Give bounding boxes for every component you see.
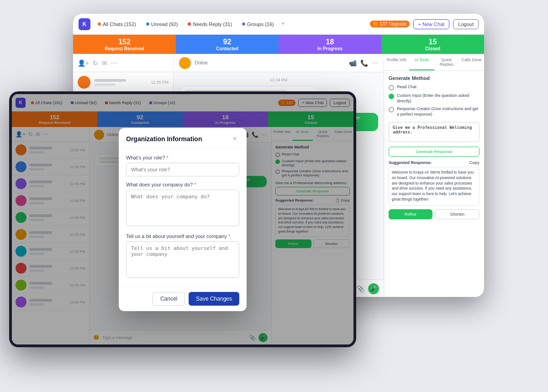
- modal-close-button[interactable]: ×: [230, 134, 239, 143]
- refresh-icon[interactable]: ↻: [93, 59, 98, 67]
- attachment-icon[interactable]: 📎: [357, 285, 364, 292]
- time-divider: 12:24 PM: [179, 78, 378, 82]
- shorten-button[interactable]: Shorten: [435, 209, 480, 219]
- tab-groups[interactable]: Groups (16): [237, 20, 279, 29]
- new-chat-button[interactable]: + New Chat: [413, 19, 450, 29]
- logout-button[interactable]: Logout: [453, 19, 479, 29]
- modal-footer: Cancel Save Changes: [119, 286, 247, 311]
- tab-unread[interactable]: Unread (92): [142, 20, 183, 29]
- pipeline-closed: 15 Closed: [381, 35, 484, 54]
- generate-response-button[interactable]: Generate Response: [389, 147, 480, 157]
- tablet-screen: K All Chats (191) Unread (92) Needs Repl…: [12, 94, 353, 344]
- radio-group: Read Chat Custom Input (Enter the questi…: [389, 85, 480, 117]
- pipeline-contacted: 92 Contacted: [176, 35, 279, 54]
- video-icon[interactable]: 📹: [349, 59, 357, 67]
- tab-quick-replies[interactable]: Quick Replies: [434, 54, 459, 70]
- sidebar-header: 👤+ ↻ ✉ ⋯: [73, 54, 173, 72]
- role-input[interactable]: [126, 163, 239, 176]
- nav-tabs: All Chats (152) Unread (92) Needs Reply …: [93, 20, 367, 29]
- pipeline-bar: 152 Request Received 92 Contacted 18 In …: [73, 35, 484, 54]
- message-icon[interactable]: ✉: [102, 59, 107, 67]
- field3-label: Tell us a bit about yourself and your co…: [126, 233, 239, 239]
- field1-label: What's your role? *: [126, 155, 239, 160]
- dot-blue: [146, 22, 149, 26]
- tablet-front: K All Chats (191) Unread (92) Needs Repl…: [9, 91, 356, 347]
- dot-purple: [242, 22, 245, 26]
- pipeline-in-progress: 18 In Progress: [279, 35, 381, 54]
- online-status: Online: [195, 60, 208, 65]
- about-yourself-input[interactable]: [126, 241, 239, 278]
- radio-button-selected[interactable]: [389, 94, 394, 99]
- tab-all-chats[interactable]: All Chats (152): [93, 20, 141, 29]
- save-changes-button[interactable]: Save Changes: [189, 292, 239, 306]
- more-options-icon[interactable]: ⋯: [372, 59, 378, 67]
- add-tab-icon[interactable]: +: [281, 20, 285, 29]
- chat-header: Online 📹 📞 ⋯: [174, 54, 384, 72]
- modal-title: Organization Information: [126, 135, 202, 143]
- tab-profile-info[interactable]: Profile Info: [384, 54, 409, 70]
- tab-calls-done[interactable]: Calls Done: [459, 54, 484, 70]
- action-buttons: Refine Shorten: [389, 209, 480, 219]
- send-mic-button[interactable]: 🎤: [368, 283, 379, 294]
- chat-avatar: [179, 57, 191, 69]
- list-item[interactable]: 12:35 PM: [73, 72, 173, 93]
- modal-overlay[interactable]: Organization Information × What's your r…: [12, 94, 353, 344]
- top-nav: K All Chats (152) Unread (92) Needs Repl…: [73, 14, 484, 35]
- add-contact-icon[interactable]: 👤+: [78, 59, 89, 67]
- modal-header: Organization Information ×: [119, 128, 247, 148]
- more-icon[interactable]: ⋯: [111, 59, 117, 67]
- dot-orange: [98, 22, 101, 26]
- app-logo: K: [79, 18, 90, 30]
- cancel-button[interactable]: Cancel: [153, 292, 185, 306]
- custom-input-field[interactable]: Give me a Professional Welcoming address…: [389, 122, 480, 142]
- right-panel: Profile Info AI Tools Quick Replies Call…: [384, 54, 484, 297]
- field2-label: What does your company do? *: [126, 182, 239, 187]
- message-badge: 🟠 137 Upgrade: [370, 21, 410, 27]
- radio-button[interactable]: [389, 85, 394, 90]
- modal-body: What's your role? * What does your compa…: [119, 148, 247, 286]
- company-description-input[interactable]: [126, 190, 239, 226]
- avatar: [78, 76, 90, 89]
- tab-ai-tools[interactable]: AI Tools: [409, 54, 434, 70]
- contact-name-placeholder: [94, 79, 126, 82]
- nav-right: 🟠 137 Upgrade + New Chat Logout: [370, 19, 479, 29]
- radio-button[interactable]: [389, 107, 394, 112]
- suggested-response-text: Welcome to Kraya AI! We're thrilled to h…: [389, 167, 480, 206]
- radio-response-creator[interactable]: Response Creator (Give Instructions and …: [389, 106, 480, 117]
- pipeline-request-received: 152 Request Received: [73, 35, 176, 54]
- radio-read-chat[interactable]: Read Chat: [389, 85, 480, 90]
- tab-needs-reply[interactable]: Needs Reply (31): [183, 20, 237, 29]
- ai-tools-content: Generate Method Read Chat Custom Input (…: [384, 71, 484, 297]
- right-tabs: Profile Info AI Tools Quick Replies Call…: [384, 54, 484, 71]
- organization-info-modal: Organization Information × What's your r…: [119, 128, 247, 311]
- radio-custom-input[interactable]: Custom Input (Enter the question asked d…: [389, 93, 480, 104]
- copy-button[interactable]: Copy: [469, 160, 480, 165]
- dot-red: [188, 22, 191, 26]
- refine-button[interactable]: Refine: [389, 209, 432, 219]
- phone-icon[interactable]: 📞: [360, 59, 368, 67]
